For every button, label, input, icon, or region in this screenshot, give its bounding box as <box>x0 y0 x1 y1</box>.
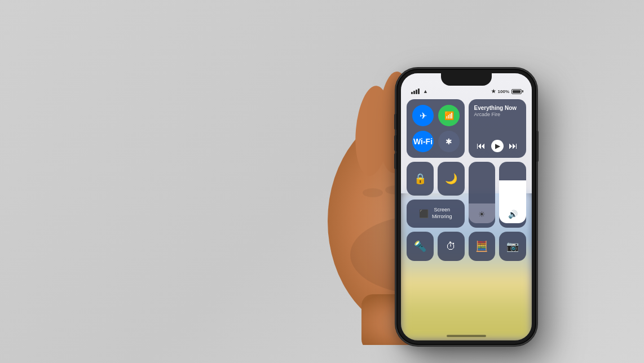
status-left: ▲ <box>411 88 428 94</box>
screen-lock-icon: 🔒 <box>414 172 426 185</box>
flashlight-button[interactable]: 🔦 <box>407 232 434 261</box>
brightness-slider[interactable]: ☀ <box>469 162 496 228</box>
home-indicator[interactable] <box>447 335 486 337</box>
wifi-icon: Wi-Fi <box>413 137 433 146</box>
bluetooth-icon: ✱ <box>445 137 452 146</box>
scene: ▲ ★ 100% <box>0 0 644 363</box>
notch <box>441 73 492 86</box>
now-playing-info: Everything Now Arcade Fire <box>474 105 521 117</box>
now-playing-artist: Arcade Fire <box>474 112 521 117</box>
timer-icon: ⏱ <box>446 241 456 253</box>
phone-body: ▲ ★ 100% <box>396 69 536 345</box>
screen-mirroring-label: ScreenMirroring <box>432 207 452 220</box>
timer-button[interactable]: ⏱ <box>438 232 465 261</box>
screen-lock-button[interactable]: 🔒 <box>407 162 434 196</box>
flashlight-icon: 🔦 <box>414 240 426 253</box>
cellular-button[interactable]: 📶 <box>438 105 460 126</box>
airplane-icon: ✈ <box>420 110 427 121</box>
screen-mirroring-button[interactable]: ⬛ ScreenMirroring <box>407 200 465 228</box>
battery-percent-label: 100% <box>498 89 509 94</box>
volume-slider[interactable]: 🔊 <box>499 162 526 228</box>
calculator-button[interactable]: 🧮 <box>469 232 496 261</box>
svg-point-7 <box>363 188 383 197</box>
airplane-mode-button[interactable]: ✈ <box>412 105 434 126</box>
moon-icon: 🌙 <box>445 172 457 185</box>
brightness-icon: ☀ <box>478 210 486 219</box>
prev-button[interactable]: ⏮ <box>477 141 486 151</box>
screen-mirroring-icon: ⬛ <box>419 209 429 218</box>
phone-screen: ▲ ★ 100% <box>401 73 532 340</box>
calculator-icon: 🧮 <box>475 240 488 253</box>
battery-fill <box>513 90 521 93</box>
wifi-status-icon: ▲ <box>423 88 428 94</box>
phone-scene: ▲ ★ 100% <box>125 18 519 345</box>
cc-connectivity-block: ✈ 📶 Wi-Fi ✱ <box>407 99 465 158</box>
now-playing-title: Everything Now <box>474 105 521 112</box>
next-button[interactable]: ⏭ <box>509 141 518 151</box>
cellular-icon: 📶 <box>444 111 454 120</box>
now-playing-controls: ⏮ ▶ ⏭ <box>474 140 521 152</box>
do-not-disturb-button[interactable]: 🌙 <box>438 162 465 196</box>
cc-grid: ✈ 📶 Wi-Fi ✱ <box>407 99 526 261</box>
control-center: ✈ 📶 Wi-Fi ✱ <box>407 99 526 261</box>
signal-bars <box>411 88 420 94</box>
now-playing-block: Everything Now Arcade Fire ⏮ ▶ ⏭ <box>469 99 527 158</box>
volume-track: 🔊 <box>499 166 526 223</box>
status-right: ★ 100% <box>491 88 522 94</box>
bluetooth-status-icon: ★ <box>491 88 496 94</box>
wifi-button[interactable]: Wi-Fi <box>412 131 434 152</box>
camera-icon: 📷 <box>506 240 519 253</box>
play-button[interactable]: ▶ <box>491 140 504 152</box>
iphone-frame: ▲ ★ 100% <box>396 69 536 345</box>
battery-icon <box>511 89 522 94</box>
volume-icon: 🔊 <box>508 210 518 219</box>
camera-button[interactable]: 📷 <box>499 232 526 261</box>
bluetooth-button[interactable]: ✱ <box>438 131 460 152</box>
status-bar: ▲ ★ 100% <box>401 86 532 97</box>
brightness-track: ☀ <box>469 166 496 223</box>
